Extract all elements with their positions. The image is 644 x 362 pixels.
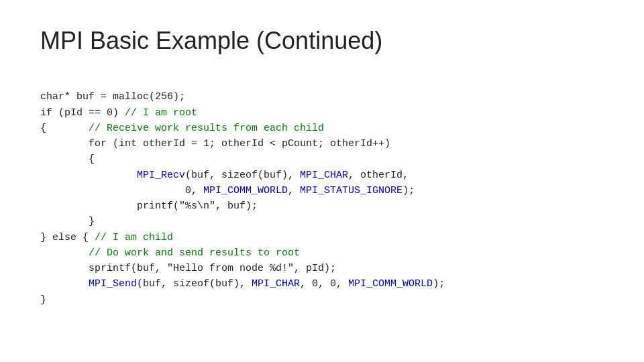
code-line-4: for (int otherId = 1; otherId < pCount; … [40,138,390,149]
code-line-13: MPI_Send(buf, sizeof(buf), MPI_CHAR, 0, … [40,278,445,290]
code-line-10: } else { // I am child [40,232,173,243]
slide-title: MPI Basic Example (Continued) [40,27,604,55]
code-line-12: sprintf(buf, "Hello from node %d!", pId)… [40,263,336,274]
code-line-1: char* buf = malloc(256); [40,91,185,103]
code-line-2: if (pId == 0) // I am root [40,107,197,119]
code-line-8: printf("%s\n", buf); [40,200,258,212]
code-line-5: { [40,154,95,165]
code-block: char* buf = malloc(256); if (pId == 0) /… [40,74,604,323]
code-line-11: // Do work and send results to root [40,247,300,259]
slide-container: MPI Basic Example (Continued) char* buf … [0,0,644,362]
code-line-6: MPI_Recv(buf, sizeof(buf), MPI_CHAR, oth… [40,170,409,181]
code-line-14: } [40,294,46,306]
code-line-7: 0, MPI_COMM_WORLD, MPI_STATUS_IGNORE); [40,185,415,196]
code-line-9: } [40,216,95,227]
code-line-3: { // Receive work results from each chil… [40,123,324,134]
